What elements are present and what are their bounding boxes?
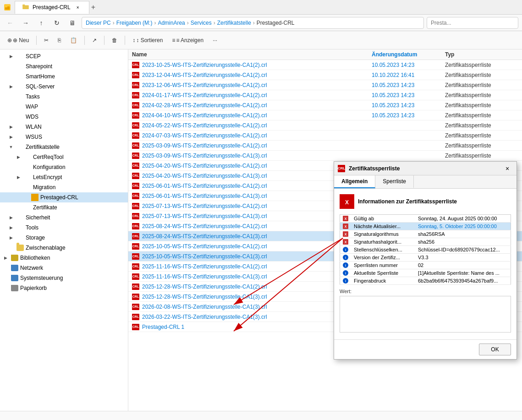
active-tab[interactable]: Prestaged-CRL × xyxy=(15,1,89,14)
sidebar-item-sicherheit[interactable]: ▶ Sicherheit xyxy=(0,213,128,223)
forward-button[interactable]: → xyxy=(19,16,32,29)
search-input[interactable] xyxy=(427,17,518,29)
sidebar-item-wlan[interactable]: ▶ WLAN xyxy=(0,122,128,132)
cut-icon: ✂ xyxy=(44,37,49,44)
expand-icon-sicherheit[interactable]: ▶ xyxy=(7,214,15,221)
file-row-0[interactable]: CRL2023-10-25-WS-ITS-Zertifizierungsstel… xyxy=(128,60,522,70)
file-row-7[interactable]: CRL2024-07-03-WS-ITS-Zertifizierungsstel… xyxy=(128,131,522,141)
paste-button[interactable]: 📋 xyxy=(66,33,81,47)
expand-icon-storage[interactable]: ▶ xyxy=(7,234,15,241)
file-icon-11: CRL xyxy=(132,173,139,179)
dialog-tab-sperrliste[interactable]: Sperrliste xyxy=(375,175,414,188)
sidebar-item-netzwerk[interactable]: ▶ Netzwerk xyxy=(0,263,128,273)
file-row-1[interactable]: CRL2023-12-04-WS-ITS-Zertifizierungsstel… xyxy=(128,70,522,80)
more-button[interactable]: ··· xyxy=(209,33,221,47)
dialog-field-row-4[interactable]: iStellenschlüsselken...Schlüssel-ID=dc68… xyxy=(340,246,511,254)
expand-icon-sqlserver[interactable]: ▶ xyxy=(7,83,15,90)
sidebar: ▶ SCEP ▶ Sharepoint ▶ SmartHome ▶ SQL-Se… xyxy=(0,49,128,411)
expand-icon-wsus[interactable]: ▶ xyxy=(7,133,15,141)
dialog-field-row-8[interactable]: iFingerabdruck6b2ba9b6f64753939454a267ba… xyxy=(340,277,511,285)
sidebar-item-zertifikate[interactable]: ▶ Zertifikate xyxy=(0,202,128,213)
dialog-tab-allgemein[interactable]: Allgemein xyxy=(334,175,375,188)
delete-button[interactable]: 🗑 xyxy=(108,33,121,47)
dialog-field-row-1[interactable]: XNächste Aktualisier...Sonntag, 5. Oktob… xyxy=(340,223,511,230)
sidebar-item-prestaged-crl[interactable]: ▶ Prestaged-CRL xyxy=(0,192,128,202)
file-row-9[interactable]: CRL2025-03-09-WS-ITS-Zertifizierungsstel… xyxy=(128,151,522,161)
column-type[interactable]: Typ xyxy=(445,51,518,58)
sidebar-item-smarthome[interactable]: ▶ SmartHome xyxy=(0,71,128,82)
dialog-field-row-5[interactable]: iVersion der Zertifiz...V3.3 xyxy=(340,254,511,262)
sort-button[interactable]: ↕ ↕ Sortieren xyxy=(129,33,166,47)
sidebar-item-tasks[interactable]: ▶ Tasks xyxy=(0,92,128,102)
sidebar-item-wds[interactable]: ▶ WDS xyxy=(0,112,128,122)
sidebar-item-scep[interactable]: ▶ SCEP xyxy=(0,51,128,61)
dialog-close-button[interactable]: × xyxy=(502,164,513,174)
breadcrumb-item-1[interactable]: Freigaben (M:) xyxy=(116,20,153,26)
dialog-field-label-7: Aktuellste Sperrliste xyxy=(351,269,415,277)
sidebar-item-letsencrypt[interactable]: ▶ LetsEncrypt xyxy=(0,172,128,182)
expand-icon-bibliotheken[interactable]: ▶ xyxy=(2,254,9,262)
file-row-6[interactable]: CRL2024-05-22-WS-ITS-Zertifizierungsstel… xyxy=(128,120,522,131)
dialog-field-row-3[interactable]: XSignaturhashalgorit...sha256 xyxy=(340,238,511,246)
sidebar-item-wsus[interactable]: ▶ WSUS xyxy=(0,132,128,142)
sidebar-item-certreqtool[interactable]: ▶ CertReqTool xyxy=(0,152,128,162)
sidebar-label-sharepoint: Sharepoint xyxy=(26,63,52,70)
up-button[interactable]: ↑ xyxy=(35,16,48,29)
breadcrumb-item-2[interactable]: AdminArea xyxy=(158,20,185,26)
file-row-5[interactable]: CRL2024-04-10-WS-ITS-Zertifizierungsstel… xyxy=(128,110,522,120)
column-date[interactable]: Änderungsdatum xyxy=(372,51,445,58)
breadcrumb-item-0[interactable]: Dieser PC xyxy=(86,20,111,26)
expand-icon-tools[interactable]: ▶ xyxy=(7,224,15,231)
file-icon-16: CRL xyxy=(132,223,139,229)
dialog-titlebar: CRL Zertifikatssperrliste × xyxy=(334,162,517,175)
expand-icon-certreqtool[interactable]: ▶ xyxy=(15,153,22,161)
dialog-field-row-0[interactable]: XGültig abSonntag, 24. August 2025 00:00… xyxy=(340,215,511,223)
sidebar-item-storage[interactable]: ▶ Storage xyxy=(0,233,128,243)
sidebar-item-sharepoint[interactable]: ▶ Sharepoint xyxy=(0,61,128,71)
file-row-2[interactable]: CRL2023-12-06-WS-ITS-Zertifizierungsstel… xyxy=(128,80,522,90)
new-tab-button[interactable]: + xyxy=(91,3,95,11)
sidebar-item-zertifikatstelle[interactable]: ▼ Zertifikatstelle xyxy=(0,142,128,152)
sidebar-item-wap[interactable]: ▶ WAP xyxy=(0,102,128,112)
file-row-8[interactable]: CRL2025-03-09-WS-ITS-Zertifizierungsstel… xyxy=(128,141,522,151)
expand-icon-letsencrypt[interactable]: ▶ xyxy=(15,174,22,181)
sidebar-item-tools[interactable]: ▶ Tools xyxy=(0,223,128,233)
back-button[interactable]: ← xyxy=(4,16,16,29)
dialog-field-icon-0: X xyxy=(340,215,352,223)
cut-button[interactable]: ✂ xyxy=(40,33,52,47)
dialog-fields-table: XGültig abSonntag, 24. August 2025 00:00… xyxy=(340,214,511,285)
new-button[interactable]: ⊕ ⊕ Neu xyxy=(4,33,33,47)
crl-dialog[interactable]: CRL Zertifikatssperrliste × Allgemein Sp… xyxy=(334,161,517,360)
folder-icon-prestaged-crl xyxy=(31,194,38,201)
sidebar-item-systemsteuerung[interactable]: ▶ Systemsteuerung xyxy=(0,273,128,283)
view-button[interactable]: ≡ ≡ Anzeigen xyxy=(168,33,207,47)
address-bar: ← → ↑ ↻ 🖥 Dieser PC › Freigaben (M:) › A… xyxy=(0,15,522,31)
sidebar-item-zwischenablage[interactable]: ▶ Zwischenablage xyxy=(0,243,128,253)
copy-button[interactable]: ⎘ xyxy=(54,33,65,47)
tab-close-button[interactable]: × xyxy=(74,4,82,11)
dialog-field-row-7[interactable]: iAktuellste Sperrliste[1]Aktuellste Sper… xyxy=(340,269,511,277)
file-row-4[interactable]: CRL2024-02-28-WS-ITS-Zertifizierungsstel… xyxy=(128,100,522,110)
breadcrumb-item-3[interactable]: Services xyxy=(191,20,212,26)
sidebar-item-bibliotheken[interactable]: ▶ Bibliotheken xyxy=(0,253,128,263)
share-button[interactable]: ↗ xyxy=(88,33,100,47)
sidebar-item-konfiguration[interactable]: ▶ Konfiguration xyxy=(0,162,128,172)
sidebar-item-papierkorb[interactable]: ▶ Papierkorb xyxy=(0,283,128,293)
value-box[interactable] xyxy=(340,296,511,333)
folder-icon-sqlserver xyxy=(16,83,24,90)
sidebar-item-sqlserver[interactable]: ▶ SQL-Server xyxy=(0,82,128,92)
dialog-field-row-6[interactable]: iSperrlisten nummer02 xyxy=(340,262,511,269)
expand-icon-wlan[interactable]: ▶ xyxy=(7,123,15,131)
file-row-3[interactable]: CRL2024-01-17-WS-ITS-Zertifizierungsstel… xyxy=(128,90,522,100)
dialog-field-row-2[interactable]: XSignaturalgorithmussha256RSA xyxy=(340,230,511,238)
folder-icon-certreqtool xyxy=(24,153,31,161)
expand-icon-zertifikatstelle[interactable]: ▼ xyxy=(7,143,15,151)
ok-button[interactable]: OK xyxy=(479,344,511,355)
breadcrumb[interactable]: Dieser PC › Freigaben (M:) › AdminArea ›… xyxy=(82,17,424,29)
expand-icon-scep[interactable]: ▶ xyxy=(7,53,15,60)
refresh-button[interactable]: ↻ xyxy=(50,16,63,29)
sidebar-label-tools: Tools xyxy=(26,224,38,231)
sidebar-item-migration[interactable]: ▶ Migration xyxy=(0,182,128,192)
breadcrumb-item-4[interactable]: Zertifikatstelle xyxy=(217,20,251,26)
column-name[interactable]: Name xyxy=(132,51,372,58)
